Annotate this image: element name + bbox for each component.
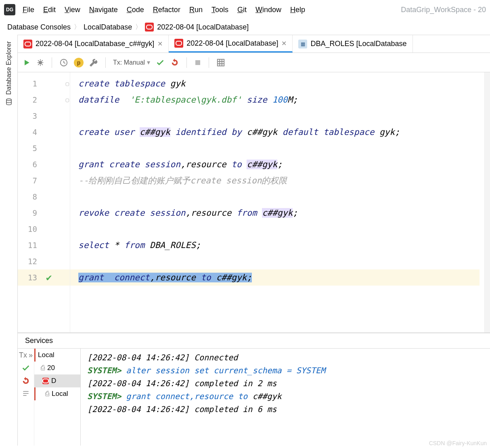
menu-window[interactable]: Window bbox=[255, 6, 281, 14]
debug-icon[interactable] bbox=[36, 59, 44, 67]
line-number: 9 bbox=[18, 208, 41, 217]
tx-mode-dropdown[interactable]: Tx: Manual bbox=[113, 59, 150, 66]
fold-icon[interactable]: ▢ bbox=[66, 97, 69, 103]
code-line[interactable]: grant connect,resource to c##gyk; bbox=[70, 269, 480, 286]
tab-label: DBA_ROLES [LocalDatabase bbox=[310, 40, 406, 48]
commit-icon[interactable] bbox=[156, 58, 165, 67]
svg-point-0 bbox=[6, 99, 11, 101]
menu-file[interactable]: File bbox=[23, 6, 34, 14]
line-number: 1 bbox=[18, 79, 41, 88]
line-number: 7 bbox=[18, 176, 41, 185]
services-tree-item[interactable]: Local bbox=[34, 349, 80, 362]
chevron-icon: 〉 bbox=[135, 23, 142, 32]
database-explorer-tab[interactable]: Database Explorer bbox=[5, 41, 13, 95]
editor-tabs: 2022-08-04 [LocalDatabase_c##gyk]✕2022-0… bbox=[18, 35, 490, 53]
settings-icon[interactable] bbox=[89, 58, 98, 67]
menu-view[interactable]: View bbox=[65, 6, 80, 14]
stop-icon[interactable] bbox=[194, 59, 201, 66]
line-number: 12 bbox=[18, 257, 41, 266]
oracle-icon bbox=[145, 23, 154, 32]
tx-label: Tx » bbox=[19, 351, 33, 360]
tab-label: 2022-08-04 [LocalDatabase] bbox=[186, 39, 278, 48]
editor-tab[interactable]: 2022-08-04 [LocalDatabase]✕ bbox=[169, 35, 293, 53]
menu-refactor[interactable]: Refactor bbox=[153, 6, 180, 14]
line-number: 10 bbox=[18, 225, 41, 233]
tool-window-bar-left: Database Explorer bbox=[0, 35, 18, 446]
code-line[interactable] bbox=[78, 221, 480, 237]
services-log: [2022-08-04 14:26:42] ConnectedSYSTEM> a… bbox=[81, 349, 490, 446]
code-line[interactable]: select * from DBA_ROLES; bbox=[78, 237, 480, 253]
check-icon: ✔ bbox=[46, 272, 52, 283]
workspace-title: DataGrip_WorkSpace - 20 bbox=[401, 6, 486, 14]
editor-toolbar: p Tx: Manual bbox=[18, 53, 490, 72]
log-line: [2022-08-04 14:26:42] Connected bbox=[87, 353, 484, 362]
fold-icon[interactable]: ▢ bbox=[66, 80, 69, 87]
services-tree-item[interactable]: D bbox=[34, 374, 80, 387]
menu-items: FileEditViewNavigateCodeRefactorRunTools… bbox=[23, 6, 305, 14]
table-icon: ▦ bbox=[298, 40, 307, 48]
check-icon[interactable] bbox=[21, 364, 30, 372]
chevron-icon: 〉 bbox=[74, 23, 80, 32]
history-icon[interactable] bbox=[59, 58, 68, 67]
list-icon[interactable] bbox=[22, 389, 30, 398]
rollback-icon[interactable] bbox=[21, 376, 30, 385]
line-number: 3 bbox=[18, 111, 41, 120]
menu-help[interactable]: Help bbox=[290, 6, 305, 14]
oracle-icon bbox=[174, 39, 183, 48]
line-number: 11 bbox=[18, 241, 41, 250]
data-grid-icon[interactable] bbox=[216, 58, 225, 67]
code-area[interactable]: create tablespace gykdatafile 'E:tablesp… bbox=[70, 72, 484, 332]
menu-run[interactable]: Run bbox=[189, 6, 203, 14]
line-number: 13 bbox=[18, 273, 41, 282]
code-line[interactable]: revoke create session,resource from c##g… bbox=[78, 205, 480, 221]
gutter: 1▢2▢345678910111213✔ bbox=[18, 72, 70, 332]
log-line: [2022-08-04 14:26:42] completed in 2 ms bbox=[87, 379, 484, 388]
menu-git[interactable]: Git bbox=[237, 6, 247, 14]
menu-code[interactable]: Code bbox=[127, 6, 144, 14]
menu-tools[interactable]: Tools bbox=[211, 6, 228, 14]
line-number: 8 bbox=[18, 192, 41, 201]
services-tree-item[interactable]: ⎙20 bbox=[34, 362, 80, 374]
line-number: 4 bbox=[18, 128, 41, 137]
services-tree-item[interactable]: ⎙Local bbox=[34, 387, 80, 400]
oracle-icon bbox=[23, 40, 32, 48]
svg-rect-3 bbox=[195, 60, 200, 65]
code-line[interactable] bbox=[78, 189, 480, 205]
breadcrumb: Database Consoles 〉 LocalDatabase 〉 2022… bbox=[0, 19, 490, 35]
services-tree: Local⎙20D⎙Local bbox=[34, 349, 80, 446]
profile-badge[interactable]: p bbox=[74, 58, 84, 67]
svg-point-1 bbox=[39, 61, 42, 64]
services-header[interactable]: Services bbox=[18, 333, 490, 349]
code-line[interactable]: create tablespace gyk bbox=[78, 76, 480, 92]
breadcrumb-item[interactable]: LocalDatabase bbox=[84, 23, 132, 32]
log-line: SYSTEM> alter session set current_schema… bbox=[87, 366, 484, 375]
code-line[interactable]: --给刚刚自己创建的账户赋予create session的权限 bbox=[78, 172, 480, 189]
code-line[interactable] bbox=[78, 253, 480, 269]
menu-navigate[interactable]: Navigate bbox=[89, 6, 118, 14]
app-logo: DG bbox=[4, 4, 15, 15]
code-line[interactable] bbox=[78, 140, 480, 156]
line-number: 6 bbox=[18, 160, 41, 169]
editor-scrollbar[interactable] bbox=[484, 72, 490, 332]
main-menubar: DG FileEditViewNavigateCodeRefactorRunTo… bbox=[0, 0, 490, 19]
code-line[interactable] bbox=[78, 108, 480, 124]
code-line[interactable]: grant create session,resource to c##gyk; bbox=[78, 156, 480, 172]
line-number: 2 bbox=[18, 95, 41, 104]
log-line: [2022-08-04 14:26:42] completed in 6 ms bbox=[87, 404, 484, 414]
code-line[interactable]: datafile 'E:tablespace\gyk.dbf' size 100… bbox=[78, 92, 480, 108]
editor-tab[interactable]: 2022-08-04 [LocalDatabase_c##gyk]✕ bbox=[18, 35, 169, 53]
breadcrumb-item[interactable]: 2022-08-04 [LocalDatabase] bbox=[157, 23, 249, 32]
tab-label: 2022-08-04 [LocalDatabase_c##gyk] bbox=[36, 40, 154, 48]
close-icon[interactable]: ✕ bbox=[281, 40, 287, 47]
menu-edit[interactable]: Edit bbox=[43, 6, 56, 14]
svg-rect-4 bbox=[217, 59, 224, 66]
code-line[interactable]: create user c##gyk identified by c##gyk … bbox=[78, 124, 480, 140]
run-icon[interactable] bbox=[23, 59, 31, 67]
close-icon[interactable]: ✕ bbox=[157, 40, 163, 48]
services-controls: Tx » bbox=[18, 349, 34, 446]
rollback-icon[interactable] bbox=[170, 58, 179, 67]
editor-tab[interactable]: ▦DBA_ROLES [LocalDatabase bbox=[293, 35, 413, 53]
sql-editor[interactable]: 1▢2▢345678910111213✔ create tablespace g… bbox=[18, 72, 490, 333]
services-panel: Services Tx » Local⎙20D⎙Local [2022-08-0… bbox=[18, 333, 490, 446]
breadcrumb-item[interactable]: Database Consoles bbox=[7, 23, 71, 32]
